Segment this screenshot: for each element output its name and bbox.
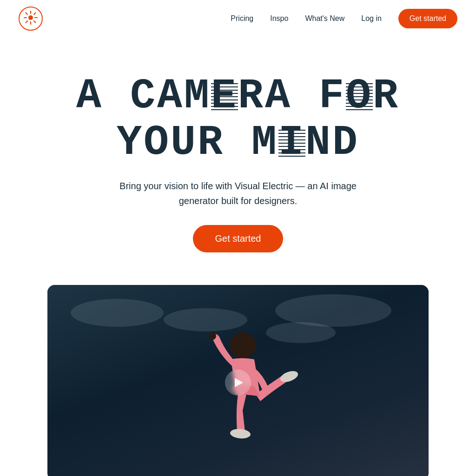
svg-point-9 [230, 332, 256, 358]
navbar: Pricing Inspo What's New Log in Get star… [0, 0, 476, 37]
logo[interactable] [19, 7, 43, 31]
hero-subtitle: Bring your vision to life with Visual El… [99, 178, 377, 208]
svg-point-12 [230, 428, 251, 439]
svg-line-7 [34, 13, 36, 15]
sun-icon [23, 10, 38, 27]
play-button[interactable] [225, 370, 251, 396]
video-container [47, 285, 429, 476]
nav-link-pricing[interactable]: Pricing [231, 14, 253, 23]
svg-line-5 [26, 13, 28, 15]
video-section [0, 276, 476, 476]
hero-title-line2: YOUR MIND [19, 121, 457, 165]
hero-title-line1: A CAMERA FOR [19, 74, 457, 119]
nav-links: Pricing Inspo What's New Log in Get star… [231, 9, 457, 28]
hero-cta-button[interactable]: Get started [193, 225, 284, 252]
nav-link-login[interactable]: Log in [361, 14, 382, 23]
nav-link-whats-new[interactable]: What's New [305, 14, 344, 23]
svg-line-6 [34, 21, 36, 23]
hero-section: A CAMERA FOR YOUR MIND Bring your vision… [0, 37, 476, 276]
logo-circle [19, 7, 43, 31]
svg-point-10 [209, 332, 216, 340]
hero-title: A CAMERA FOR YOUR MIND [19, 74, 457, 165]
svg-line-8 [26, 21, 28, 23]
play-icon [235, 378, 243, 387]
nav-cta-button[interactable]: Get started [398, 9, 457, 28]
svg-point-0 [28, 15, 33, 20]
nav-link-inspo[interactable]: Inspo [270, 14, 288, 23]
